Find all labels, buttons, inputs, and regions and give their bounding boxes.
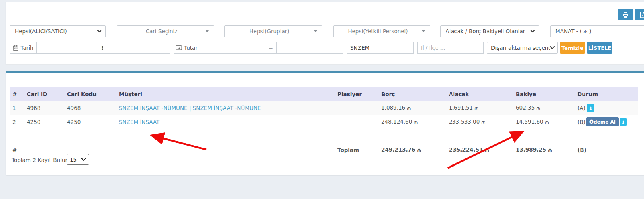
page-size-value: 15 (70, 156, 77, 163)
cell-cari-id: 4250 (24, 115, 65, 129)
export-excel-button[interactable]: x (635, 9, 644, 20)
cell-alacak: 1.691,51 ₼ (446, 101, 513, 115)
col-header-bakiye[interactable]: Bakiye (513, 87, 575, 101)
date-options-button[interactable]: ⋮ (99, 42, 106, 54)
cell-musteri: SNZEM İNSAAT (117, 115, 335, 129)
col-header-cari-kodu[interactable]: Cari Kodu (65, 87, 117, 101)
dropdown-arrow-icon (422, 30, 425, 32)
table-row: 2 4250 4250 SNZEM İNSAAT 248.124,60 ₼ 23… (10, 115, 638, 129)
results-panel: # Cari ID Cari Kodu Müşteri Plasiyer Bor… (6, 73, 644, 175)
amount-from-input[interactable] (199, 42, 265, 54)
money-icon (176, 45, 182, 50)
cell-plasiyer (335, 115, 379, 129)
date-to-input[interactable] (106, 42, 170, 54)
cell-borc: 248.124,60 ₼ (379, 115, 446, 129)
personnel-select[interactable]: Hepsi(Yetkili Personel) (333, 25, 430, 37)
col-header-alacak[interactable]: Alacak (446, 87, 513, 101)
cell-bakiye: 14.591,60 ₼ (513, 115, 575, 129)
printer-icon (622, 12, 629, 18)
export-option-select[interactable]: Dışarı aktarma seçeneği (487, 42, 558, 54)
totals-alacak: 235.224,51 ₼ (446, 143, 513, 157)
cell-bakiye: 602,35 ₼ (513, 101, 575, 115)
col-header-no[interactable]: # (10, 87, 24, 101)
groups-select[interactable]: Hepsi(Gruplar) (224, 25, 322, 37)
dropdown-arrow-icon (314, 30, 317, 32)
balance-table: # Cari ID Cari Kodu Müşteri Plasiyer Bor… (10, 87, 638, 157)
groups-select-value: Hepsi(Gruplar) (225, 28, 314, 35)
date-from-input[interactable] (36, 42, 99, 54)
amount-label: Tutar (174, 42, 199, 54)
clear-button[interactable]: Temizle (560, 42, 585, 54)
cell-musteri: SNZEM INŞAAT -NÜMUNE | SNZEM İNŞAAT -NÜM… (117, 101, 335, 115)
cell-plasiyer (335, 101, 379, 115)
buyer-seller-select[interactable]: Hepsi(ALICI/SATICI) (10, 25, 106, 37)
amount-range-separator: − (265, 42, 277, 54)
table-header-row: # Cari ID Cari Kodu Müşteri Plasiyer Bor… (10, 87, 638, 101)
cell-borc: 1.089,16 ₼ (379, 101, 446, 115)
customer-name-search-input[interactable] (347, 42, 414, 54)
cell-durum: (B) Ödeme Al i (575, 115, 638, 129)
excel-file-icon: x (640, 12, 644, 18)
date-label: Tarih (10, 42, 37, 54)
cell-no: 1 (10, 101, 24, 115)
totals-row: # Toplam 249.213,76 ₼ 235.224,51 ₼ 13.98… (10, 143, 638, 157)
chevron-down-icon (81, 158, 86, 161)
cell-cari-id: 4968 (24, 101, 65, 115)
balance-type-select[interactable]: Alacak / Borç Bakiyeli Olanlar (440, 25, 539, 37)
list-button[interactable]: LİSTELE (587, 42, 612, 54)
print-button[interactable] (618, 9, 633, 20)
spacer-row (10, 129, 638, 143)
totals-no: # (10, 143, 24, 157)
col-header-durum[interactable]: Durum (575, 87, 638, 101)
calendar-icon (13, 45, 18, 51)
customer-link[interactable]: SNZEM INŞAAT -NÜMUNE | SNZEM İNŞAAT -NÜM… (119, 105, 261, 111)
cell-durum: (A) i (575, 101, 638, 115)
totals-bakiye: 13.989,25 ₼ (513, 143, 575, 157)
cari-select-placeholder: Cari Seçiniz (117, 28, 206, 35)
chevron-down-icon (530, 30, 535, 33)
col-header-cari-id[interactable]: Cari ID (24, 87, 65, 101)
customer-link[interactable]: SNZEM İNSAAT (119, 119, 159, 125)
info-button[interactable]: i (620, 118, 627, 126)
chevron-down-icon (97, 30, 102, 33)
export-option-select-value: Dışarı aktarma seçeneği (487, 45, 550, 51)
totals-borc: 249.213,76 ₼ (379, 143, 446, 157)
col-header-borc[interactable]: Borç (379, 87, 446, 101)
filter-panel: x Hepsi(ALICI/SATICI) Cari Seçiniz Hepsi… (6, 2, 644, 65)
panel-accent-divider (6, 71, 644, 73)
totals-label: Toplam (335, 143, 379, 157)
col-header-plasiyer[interactable]: Plasiyer (335, 87, 379, 101)
amount-to-input[interactable] (276, 42, 343, 54)
dropdown-arrow-icon (206, 30, 209, 32)
cell-cari-kodu: 4968 (65, 101, 117, 115)
info-button[interactable]: i (587, 104, 594, 112)
currency-select-value: MANAT - ( ₼ ) (551, 28, 644, 35)
status-code: (A) (577, 105, 585, 111)
svg-text:x: x (641, 14, 643, 17)
city-district-input[interactable] (417, 42, 484, 54)
totals-durum: (B) (575, 143, 638, 157)
page-size-select[interactable]: 15 (67, 154, 89, 165)
buyer-seller-select-value: Hepsi(ALICI/SATICI) (10, 28, 97, 35)
col-header-musteri[interactable]: Müşteri (117, 87, 335, 101)
cell-cari-kodu: 4250 (65, 115, 117, 129)
status-code: (B) (577, 119, 585, 125)
currency-select[interactable]: MANAT - ( ₼ ) (550, 25, 644, 37)
table-row: 1 4968 4968 SNZEM INŞAAT -NÜMUNE | SNZEM… (10, 101, 638, 115)
balance-type-select-value: Alacak / Borç Bakiyeli Olanlar (441, 28, 530, 35)
cari-select[interactable]: Cari Seçiniz (117, 25, 214, 37)
take-payment-button[interactable]: Ödeme Al (586, 117, 619, 126)
cell-alacak: 233.533,00 ₼ (446, 115, 513, 129)
chevron-down-icon (550, 46, 555, 49)
results-header-rule (6, 79, 644, 79)
personnel-select-value: Hepsi(Yetkili Personel) (334, 28, 422, 35)
cell-no: 2 (10, 115, 24, 129)
